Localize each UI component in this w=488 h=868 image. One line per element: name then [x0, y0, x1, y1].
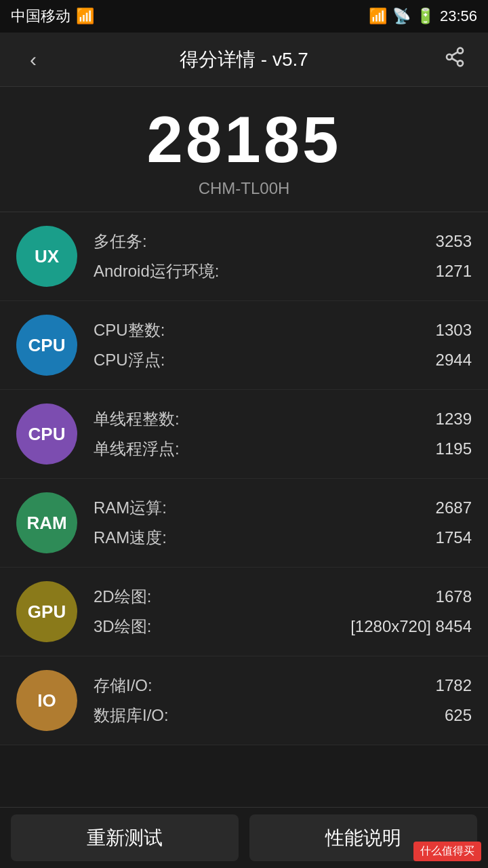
back-button[interactable]: ‹ — [16, 48, 50, 71]
metric-label-3-0: RAM运算: — [94, 497, 167, 519]
metric-value-4-1: [868x488] 8454 — [350, 617, 472, 636]
badge-1: CPU — [16, 315, 77, 376]
metrics-container: UX多任务:3253Android运行环境:1271CPUCPU整数:1303C… — [0, 212, 488, 745]
metric-value-3-1: 1754 — [436, 528, 472, 547]
metric-label-2-0: 单线程整数: — [94, 408, 180, 430]
status-right: 📶 📡 🔋 23:56 — [369, 7, 477, 25]
metric-row-2: CPU单线程整数:1239单线程浮点:1195 — [0, 390, 488, 479]
metric-line-4-1: 3D绘图:[868x488] 8454 — [94, 612, 472, 642]
metric-line-1-1: CPU浮点:2944 — [94, 345, 472, 375]
wifi-icon: 📶 — [369, 7, 387, 25]
metric-value-0-0: 3253 — [436, 232, 472, 251]
badge-3: RAM — [16, 492, 77, 553]
badge-2: CPU — [16, 403, 77, 465]
metric-line-3-1: RAM速度:1754 — [94, 523, 472, 553]
metric-line-0-0: 多任务:3253 — [94, 226, 472, 256]
metric-line-4-0: 2D绘图:1678 — [94, 582, 472, 612]
carrier-text: 中国移动 — [11, 6, 70, 26]
metrics-info-1: CPU整数:1303CPU浮点:2944 — [94, 315, 472, 375]
metric-value-2-1: 1195 — [436, 439, 472, 458]
carrier-icon: 📶 — [76, 7, 94, 25]
share-button[interactable] — [438, 46, 472, 73]
metric-row-3: RAMRAM运算:2687RAM速度:1754 — [0, 479, 488, 568]
metric-label-4-0: 2D绘图: — [94, 586, 151, 608]
metric-line-0-1: Android运行环境:1271 — [94, 256, 472, 286]
page-title: 得分详情 - v5.7 — [50, 47, 438, 73]
metric-line-5-0: 存储I/O:1782 — [94, 671, 472, 701]
svg-line-3 — [451, 58, 458, 62]
svg-point-0 — [458, 48, 463, 54]
metric-row-5: IO存储I/O:1782数据库I/O:625 — [0, 656, 488, 745]
metric-label-0-0: 多任务: — [94, 231, 147, 252]
metric-row-0: UX多任务:3253Android运行环境:1271 — [0, 212, 488, 301]
metric-value-5-0: 1782 — [436, 676, 472, 695]
metric-value-2-0: 1239 — [436, 410, 472, 429]
metric-label-5-1: 数据库I/O: — [94, 705, 169, 726]
score-section: 28185 CHM-TL00H — [0, 87, 488, 212]
status-bar: 中国移动 📶 📶 📡 🔋 23:56 — [0, 0, 488, 33]
metric-label-0-1: Android运行环境: — [94, 260, 219, 282]
battery-icon: 🔋 — [416, 7, 434, 25]
metrics-info-0: 多任务:3253Android运行环境:1271 — [94, 226, 472, 286]
badge-4: GPU — [16, 581, 77, 642]
time-text: 23:56 — [440, 7, 477, 25]
metric-value-0-1: 1271 — [436, 262, 472, 281]
metric-label-1-1: CPU浮点: — [94, 349, 165, 371]
metric-value-3-0: 2687 — [436, 498, 472, 517]
metric-value-1-1: 2944 — [436, 351, 472, 370]
signal-icon: 📡 — [392, 7, 411, 25]
score-device: CHM-TL00H — [0, 179, 488, 198]
metrics-info-5: 存储I/O:1782数据库I/O:625 — [94, 671, 472, 730]
svg-point-2 — [458, 60, 463, 66]
metric-value-1-0: 1303 — [436, 321, 472, 340]
metric-row-1: CPUCPU整数:1303CPU浮点:2944 — [0, 301, 488, 390]
metric-label-5-0: 存储I/O: — [94, 675, 152, 696]
metric-value-5-1: 625 — [445, 706, 472, 725]
retest-button[interactable]: 重新测试 — [11, 814, 239, 861]
metric-value-4-0: 1678 — [436, 587, 472, 606]
metric-line-5-1: 数据库I/O:625 — [94, 701, 472, 730]
metric-label-3-1: RAM速度: — [94, 527, 167, 549]
score-value: 28185 — [0, 107, 488, 172]
metric-line-3-0: RAM运算:2687 — [94, 493, 472, 523]
metric-line-2-0: 单线程整数:1239 — [94, 404, 472, 434]
metric-line-2-1: 单线程浮点:1195 — [94, 434, 472, 464]
badge-0: UX — [16, 226, 77, 287]
badge-5: IO — [16, 670, 77, 731]
watermark: 什么值得买 — [413, 842, 481, 861]
metric-row-4: GPU2D绘图:16783D绘图:[868x488] 8454 — [0, 568, 488, 656]
svg-line-4 — [451, 52, 458, 56]
metrics-info-2: 单线程整数:1239单线程浮点:1195 — [94, 404, 472, 464]
metric-label-2-1: 单线程浮点: — [94, 438, 180, 460]
svg-point-1 — [447, 54, 452, 60]
header: ‹ 得分详情 - v5.7 — [0, 33, 488, 87]
metrics-info-4: 2D绘图:16783D绘图:[868x488] 8454 — [94, 582, 472, 642]
metrics-info-3: RAM运算:2687RAM速度:1754 — [94, 493, 472, 553]
metric-label-1-0: CPU整数: — [94, 319, 165, 341]
metric-label-4-1: 3D绘图: — [94, 616, 151, 637]
metric-line-1-0: CPU整数:1303 — [94, 315, 472, 345]
status-carrier: 中国移动 📶 — [11, 6, 94, 26]
